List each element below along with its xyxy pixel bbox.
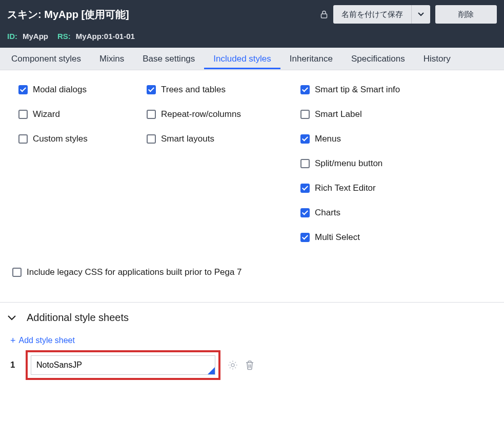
checkbox-rich-text-editor[interactable]: Rich Text Editor — [300, 183, 486, 193]
checkbox-col-2: Trees and tables Repeat-row/columns Smar… — [147, 85, 280, 243]
checkbox-label: Smart layouts — [161, 134, 214, 144]
checkbox-grid: Modal dialogs Wizard Custom styles Trees… — [18, 85, 486, 243]
checkbox-label: Rich Text Editor — [315, 183, 376, 193]
svg-rect-0 — [321, 14, 327, 18]
lock-icon — [320, 9, 328, 19]
checkbox-trees-tables[interactable]: Trees and tables — [147, 85, 280, 95]
row-actions — [228, 360, 254, 370]
highlight-box — [26, 350, 220, 380]
checkbox-input[interactable] — [300, 159, 310, 168]
input-wrap — [31, 355, 215, 375]
checkbox-label: Include legacy CSS for applications buil… — [27, 267, 242, 277]
tab-bar: Component styles Mixins Base settings In… — [0, 48, 504, 70]
checkbox-split-menu-button[interactable]: Split/menu button — [300, 158, 486, 169]
header-meta: ID: MyApp RS: MyApp:01-01-01 — [7, 32, 497, 41]
add-style-sheet-link[interactable]: + Add style sheet — [0, 333, 504, 350]
app-header: スキン: MyApp [使用可能] 名前を付けて保存 削除 ID: MyApp … — [0, 0, 504, 48]
style-sheet-input[interactable] — [31, 355, 215, 375]
chevron-down-icon[interactable] — [7, 313, 16, 323]
checkbox-wizard[interactable]: Wizard — [18, 109, 126, 119]
checkbox-label: Wizard — [33, 109, 60, 119]
gear-icon[interactable] — [228, 360, 238, 370]
checkbox-input[interactable] — [147, 85, 156, 94]
checkbox-input[interactable] — [147, 134, 156, 144]
checkbox-label: Smart Label — [315, 109, 362, 119]
header-actions: 名前を付けて保存 削除 — [320, 5, 497, 24]
checkbox-legacy-css[interactable]: Include legacy CSS for applications buil… — [12, 267, 242, 277]
checkbox-smart-tip-info[interactable]: Smart tip & Smart info — [300, 85, 486, 95]
row-index: 1 — [10, 360, 18, 370]
save-as-group: 名前を付けて保存 — [333, 5, 430, 24]
checkbox-input[interactable] — [18, 134, 28, 144]
id-label: ID: — [7, 32, 17, 41]
tab-base-settings[interactable]: Base settings — [133, 49, 204, 69]
checkbox-smart-label[interactable]: Smart Label — [300, 109, 486, 119]
checkbox-repeat-row-columns[interactable]: Repeat-row/columns — [147, 109, 280, 119]
tab-content: Modal dialogs Wizard Custom styles Trees… — [0, 70, 504, 302]
tab-history[interactable]: History — [414, 49, 460, 69]
checkbox-input[interactable] — [300, 233, 310, 242]
checkbox-multi-select[interactable]: Multi Select — [300, 232, 486, 243]
checkbox-label: Charts — [315, 208, 340, 218]
tab-component-styles[interactable]: Component styles — [2, 49, 90, 69]
checkbox-custom-styles[interactable]: Custom styles — [18, 134, 126, 144]
checkbox-label: Modal dialogs — [33, 85, 87, 95]
rs-value: MyApp:01-01-01 — [76, 32, 135, 41]
checkbox-input[interactable] — [300, 208, 310, 217]
checkbox-label: Menus — [315, 134, 341, 144]
checkbox-label: Trees and tables — [161, 85, 226, 95]
checkbox-label: Multi Select — [315, 232, 360, 243]
add-style-sheet-label: Add style sheet — [19, 336, 75, 345]
checkbox-label: Custom styles — [33, 134, 88, 144]
header-row: スキン: MyApp [使用可能] 名前を付けて保存 削除 — [7, 5, 497, 24]
checkbox-smart-layouts[interactable]: Smart layouts — [147, 134, 280, 144]
checkbox-label: Smart tip & Smart info — [315, 85, 400, 95]
tab-included-styles[interactable]: Included styles — [204, 49, 280, 69]
checkbox-input[interactable] — [300, 85, 310, 94]
legacy-css-row: Include legacy CSS for applications buil… — [12, 267, 486, 292]
checkbox-col-1: Modal dialogs Wizard Custom styles — [18, 85, 126, 243]
svg-point-1 — [231, 364, 234, 367]
checkbox-input[interactable] — [18, 85, 28, 94]
checkbox-label: Split/menu button — [315, 158, 382, 169]
section-title: Additional style sheets — [27, 312, 129, 324]
plus-icon: + — [10, 336, 16, 345]
checkbox-modal-dialogs[interactable]: Modal dialogs — [18, 85, 126, 95]
checkbox-input[interactable] — [300, 184, 310, 193]
id-value: MyApp — [23, 32, 48, 41]
rs-label: RS: — [57, 32, 71, 41]
checkbox-label: Repeat-row/columns — [161, 109, 241, 119]
tab-mixins[interactable]: Mixins — [90, 49, 133, 69]
save-as-button[interactable]: 名前を付けて保存 — [333, 5, 412, 24]
save-as-caret-button[interactable] — [412, 5, 430, 24]
style-sheet-row: 1 — [0, 350, 504, 392]
trash-icon[interactable] — [245, 360, 254, 370]
checkbox-input[interactable] — [147, 110, 156, 119]
delete-button[interactable]: 削除 — [435, 5, 497, 24]
checkbox-menus[interactable]: Menus — [300, 134, 486, 144]
tab-inheritance[interactable]: Inheritance — [280, 49, 342, 69]
page-title: スキン: MyApp [使用可能] — [7, 8, 129, 22]
checkbox-col-3: Smart tip & Smart info Smart Label Menus… — [300, 85, 486, 243]
checkbox-input[interactable] — [12, 268, 22, 277]
checkbox-input[interactable] — [18, 110, 28, 119]
tab-specifications[interactable]: Specifications — [342, 49, 414, 69]
checkbox-input[interactable] — [300, 110, 310, 119]
checkbox-input[interactable] — [300, 134, 310, 144]
additional-styles-header: Additional style sheets — [0, 303, 504, 333]
checkbox-charts[interactable]: Charts — [300, 208, 486, 218]
